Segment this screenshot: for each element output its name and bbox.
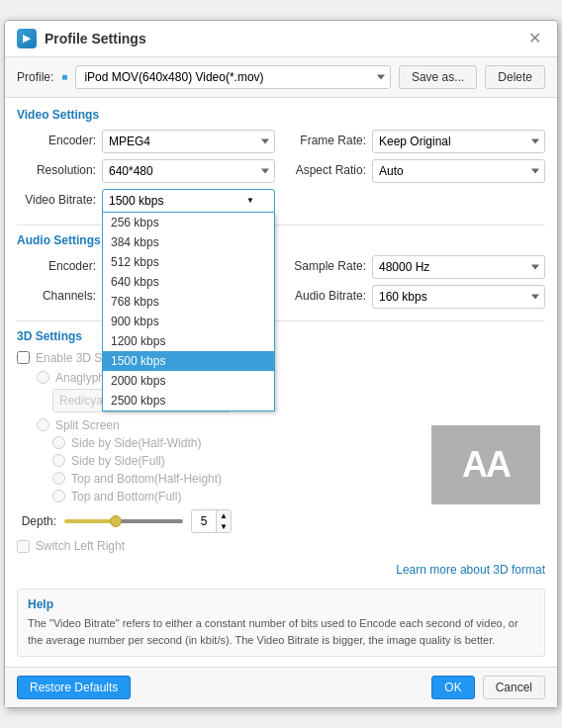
sample-rate-select[interactable]: 48000 Hz	[372, 255, 545, 279]
ok-button[interactable]: OK	[431, 676, 474, 699]
depth-spinners: ▲ ▼	[216, 510, 231, 532]
video-right-col: Frame Rate: Keep Original Aspect Ratio:	[287, 130, 545, 213]
bitrate-value: 1500 kbps	[109, 194, 163, 208]
aspect-ratio-row: Aspect Ratio: Auto	[287, 159, 545, 183]
video-settings-grid: Encoder: MPEG4 Resolution: 640*480	[17, 130, 545, 213]
profile-label: Profile:	[17, 70, 53, 84]
channels-label: Channels:	[17, 285, 96, 303]
profile-bar: Profile: ■ iPod MOV(640x480) Video(*.mov…	[5, 57, 557, 98]
depth-row: Depth: ▲ ▼	[17, 509, 415, 533]
bitrate-option-2[interactable]: 512 kbps	[103, 252, 274, 272]
footer: Restore Defaults OK Cancel	[5, 667, 557, 707]
restore-defaults-button[interactable]: Restore Defaults	[17, 676, 131, 699]
enable-3d-checkbox[interactable]	[17, 351, 30, 364]
close-button[interactable]: ✕	[524, 29, 545, 48]
encoder-row: Encoder: MPEG4	[17, 130, 275, 153]
help-title: Help	[28, 597, 534, 611]
side-full-radio[interactable]	[52, 454, 65, 467]
depth-slider-thumb[interactable]	[110, 515, 122, 527]
resolution-row: Resolution: 640*480	[17, 159, 275, 183]
resolution-select[interactable]: 640*480	[102, 159, 275, 183]
aspect-ratio-control: Auto	[372, 159, 545, 183]
anaglyph-radio[interactable]	[37, 371, 49, 384]
audio-bitrate-label: Audio Bitrate:	[287, 285, 366, 303]
divider-1	[17, 225, 545, 226]
save-as-button[interactable]: Save as...	[399, 65, 477, 89]
side-half-row: Side by Side(Half-Width)	[17, 436, 415, 450]
framerate-row: Frame Rate: Keep Original	[287, 130, 545, 153]
top-half-row: Top and Bottom(Half-Height)	[17, 472, 415, 486]
help-section: Help The "Video Bitrate" refers to eithe…	[17, 589, 545, 657]
video-settings-title: Video Settings	[17, 108, 545, 122]
bitrate-option-5[interactable]: 900 kbps	[103, 312, 274, 331]
anaglyph-label: Anaglyph	[55, 371, 105, 385]
top-full-label: Top and Bottom(Full)	[71, 490, 181, 503]
sample-rate-row: Sample Rate: 48000 Hz	[287, 255, 545, 279]
switch-lr-checkbox[interactable]	[17, 540, 30, 553]
top-full-row: Top and Bottom(Full)	[17, 490, 415, 503]
bitrate-option-7[interactable]: 1500 kbps	[103, 351, 274, 371]
depth-down-button[interactable]: ▼	[217, 521, 231, 532]
framerate-select[interactable]: Keep Original	[372, 130, 545, 153]
side-full-row: Side by Side(Full)	[17, 454, 415, 468]
profile-select[interactable]: iPod MOV(640x480) Video(*.mov)	[75, 65, 391, 89]
3d-settings-section: 3D Settings Enable 3D Settings Anaglyph	[17, 329, 545, 577]
resolution-control: 640*480	[102, 159, 275, 183]
audio-encoder-label: Encoder:	[17, 255, 96, 273]
top-full-radio[interactable]	[52, 490, 65, 502]
bitrate-label: Video Bitrate:	[17, 189, 96, 207]
bitrate-option-9[interactable]: 2500 kbps	[103, 391, 274, 410]
video-settings-section: Video Settings Encoder: MPEG4 R	[17, 108, 545, 213]
aspect-ratio-label: Aspect Ratio:	[287, 159, 366, 177]
profile-icon: ■	[61, 71, 67, 82]
depth-slider[interactable]	[64, 519, 183, 523]
top-half-label: Top and Bottom(Half-Height)	[71, 472, 222, 486]
bitrate-display[interactable]: 1500 kbps ▼	[102, 189, 275, 213]
profile-settings-dialog: ▶ Profile Settings ✕ Profile: ■ iPod MOV…	[4, 20, 558, 708]
3d-layout: Anaglyph Red/cyan anaglyph, full color	[17, 371, 545, 559]
sample-rate-label: Sample Rate:	[287, 255, 366, 273]
audio-right-col: Sample Rate: 48000 Hz Audio Bitrate:	[287, 255, 545, 309]
encoder-select[interactable]: MPEG4	[102, 130, 275, 153]
aspect-ratio-select[interactable]: Auto	[372, 159, 545, 183]
framerate-label: Frame Rate:	[287, 130, 366, 147]
side-full-label: Side by Side(Full)	[71, 454, 165, 468]
delete-button[interactable]: Delete	[485, 65, 545, 89]
bitrate-option-6[interactable]: 1200 kbps	[103, 331, 274, 351]
aa-preview: AA	[431, 425, 540, 504]
learn-more-link[interactable]: Learn more about 3D format	[17, 563, 545, 577]
framerate-control: Keep Original	[372, 130, 545, 153]
bitrate-dropdown[interactable]: 1500 kbps ▼ 256 kbps 384 kbps 512 kbps 6…	[102, 189, 275, 213]
help-text: The "Video Bitrate" refers to either a c…	[28, 615, 534, 648]
bitrate-option-0[interactable]: 256 kbps	[103, 213, 274, 232]
bitrate-option-8[interactable]: 2000 kbps	[103, 371, 274, 391]
audio-settings-grid: Encoder: AAC Channels: Stereo	[17, 255, 545, 309]
bitrate-row: Video Bitrate: 1500 kbps ▼ 256 kbps 384 …	[17, 189, 275, 213]
bitrate-arrow-icon: ▼	[246, 196, 254, 205]
depth-input[interactable]	[192, 512, 216, 530]
depth-label: Depth:	[17, 514, 56, 528]
side-half-label: Side by Side(Half-Width)	[71, 436, 201, 450]
encoder-label: Encoder:	[17, 130, 96, 147]
divider-2	[17, 320, 545, 321]
resolution-label: Resolution:	[17, 159, 96, 177]
3d-settings-title: 3D Settings	[17, 329, 545, 343]
bitrate-option-1[interactable]: 384 kbps	[103, 232, 274, 252]
audio-bitrate-row: Audio Bitrate: 160 kbps	[287, 285, 545, 309]
side-half-radio[interactable]	[52, 436, 65, 449]
bitrate-option-4[interactable]: 768 kbps	[103, 292, 274, 312]
top-half-radio[interactable]	[52, 472, 65, 485]
encoder-control: MPEG4	[102, 130, 275, 153]
depth-up-button[interactable]: ▲	[217, 510, 231, 521]
title-bar-left: ▶ Profile Settings	[17, 29, 146, 48]
bitrate-option-3[interactable]: 640 kbps	[103, 272, 274, 292]
title-bar: ▶ Profile Settings ✕	[5, 21, 557, 57]
aa-preview-text: AA	[462, 444, 510, 486]
split-screen-radio[interactable]	[37, 418, 49, 431]
cancel-button[interactable]: Cancel	[483, 676, 545, 699]
switch-lr-label: Switch Left Right	[36, 539, 125, 553]
audio-bitrate-select[interactable]: 160 kbps	[372, 285, 545, 309]
video-left-col: Encoder: MPEG4 Resolution: 640*480	[17, 130, 275, 213]
profile-select-wrapper: iPod MOV(640x480) Video(*.mov)	[75, 65, 391, 89]
window-title: Profile Settings	[45, 31, 146, 46]
